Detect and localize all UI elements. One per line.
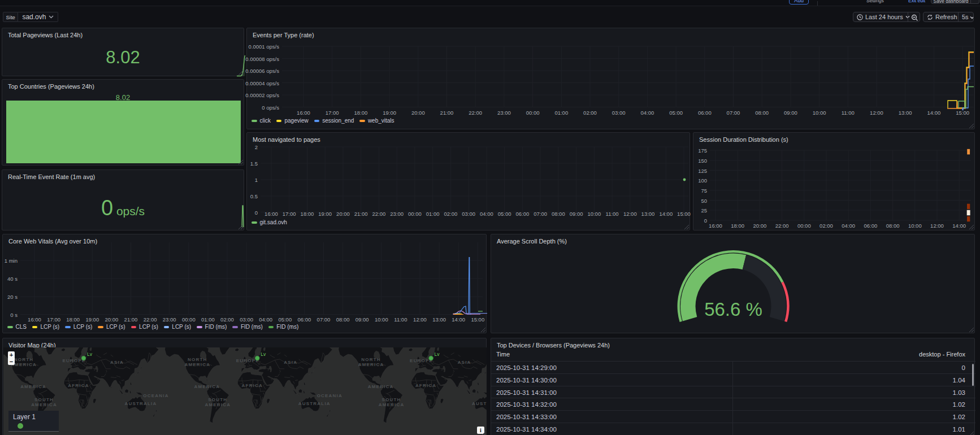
svg-text:08:00: 08:00 bbox=[336, 316, 350, 323]
svg-text:SOUTH: SOUTH bbox=[382, 397, 401, 402]
svg-text:02:00: 02:00 bbox=[220, 316, 234, 323]
svg-text:06:00: 06:00 bbox=[516, 211, 530, 217]
svg-text:04:00: 04:00 bbox=[480, 211, 493, 217]
svg-text:22:00: 22:00 bbox=[144, 316, 157, 323]
svg-text:AMERICA: AMERICA bbox=[194, 384, 220, 389]
svg-text:16:00: 16:00 bbox=[28, 316, 41, 323]
svg-text:11:00: 11:00 bbox=[606, 211, 619, 217]
svg-text:11:00: 11:00 bbox=[842, 110, 855, 116]
svg-text:04:00: 04:00 bbox=[641, 110, 654, 116]
svg-text:12:00: 12:00 bbox=[930, 223, 944, 229]
svg-text:AMERICA: AMERICA bbox=[31, 402, 57, 407]
svg-text:05:00: 05:00 bbox=[669, 110, 683, 116]
svg-text:13:00: 13:00 bbox=[641, 211, 655, 217]
svg-text:04:00: 04:00 bbox=[842, 223, 855, 229]
svg-text:18:00: 18:00 bbox=[66, 316, 80, 323]
svg-text:07:00: 07:00 bbox=[534, 211, 547, 217]
svg-text:11:00: 11:00 bbox=[394, 316, 407, 323]
svg-text:01:00: 01:00 bbox=[426, 211, 440, 217]
svg-text:14:00: 14:00 bbox=[452, 316, 465, 323]
svg-text:0.00008 ops/s: 0.00008 ops/s bbox=[245, 56, 279, 62]
svg-text:14:00: 14:00 bbox=[659, 211, 673, 217]
svg-text:0 ops/s: 0 ops/s bbox=[262, 105, 279, 111]
svg-text:22:00: 22:00 bbox=[775, 223, 789, 229]
svg-text:07:00: 07:00 bbox=[317, 316, 331, 323]
svg-text:AFRICA: AFRICA bbox=[68, 383, 89, 388]
svg-text:00:00: 00:00 bbox=[526, 110, 540, 116]
svg-text:2: 2 bbox=[255, 144, 258, 150]
svg-text:02:00: 02:00 bbox=[819, 223, 833, 229]
svg-text:AUSTRALIA: AUSTRALIA bbox=[298, 401, 331, 406]
svg-text:100: 100 bbox=[698, 177, 707, 184]
svg-text:10:00: 10:00 bbox=[908, 223, 922, 229]
svg-text:19:00: 19:00 bbox=[383, 110, 396, 116]
svg-text:17:00: 17:00 bbox=[47, 316, 60, 323]
svg-text:18:00: 18:00 bbox=[731, 223, 744, 229]
svg-text:75: 75 bbox=[701, 188, 707, 194]
svg-text:AUSTRALIA: AUSTRALIA bbox=[124, 401, 157, 406]
svg-text:14:00: 14:00 bbox=[927, 110, 941, 116]
svg-text:0: 0 bbox=[704, 218, 707, 224]
svg-text:SOUTH: SOUTH bbox=[208, 397, 227, 402]
svg-text:10:00: 10:00 bbox=[587, 211, 601, 217]
svg-text:175: 175 bbox=[698, 147, 707, 154]
svg-text:AMERICA: AMERICA bbox=[184, 362, 210, 367]
svg-text:21:00: 21:00 bbox=[440, 110, 454, 116]
svg-text:17:00: 17:00 bbox=[326, 110, 339, 116]
svg-text:17:00: 17:00 bbox=[283, 211, 296, 217]
svg-text:18:00: 18:00 bbox=[354, 110, 368, 116]
svg-text:AMERICA: AMERICA bbox=[20, 384, 46, 389]
svg-text:50: 50 bbox=[701, 198, 707, 204]
svg-text:1 min: 1 min bbox=[5, 258, 18, 264]
svg-text:18:00: 18:00 bbox=[301, 211, 314, 217]
svg-text:01:00: 01:00 bbox=[554, 110, 568, 116]
svg-text:125: 125 bbox=[698, 168, 707, 174]
svg-text:0.0001 ops/s: 0.0001 ops/s bbox=[249, 44, 280, 50]
svg-text:SOUTH: SOUTH bbox=[34, 397, 54, 402]
svg-text:05:00: 05:00 bbox=[498, 211, 511, 217]
svg-text:01:00: 01:00 bbox=[201, 316, 215, 323]
svg-text:22:00: 22:00 bbox=[469, 110, 482, 116]
svg-text:Lv: Lv bbox=[435, 351, 440, 357]
svg-text:06:00: 06:00 bbox=[698, 110, 712, 116]
svg-text:10:00: 10:00 bbox=[813, 110, 826, 116]
svg-text:AFRICA: AFRICA bbox=[415, 383, 436, 388]
svg-text:13:00: 13:00 bbox=[899, 110, 912, 116]
svg-text:00:00: 00:00 bbox=[797, 223, 811, 229]
svg-text:12:00: 12:00 bbox=[623, 211, 637, 217]
svg-text:AMERICA: AMERICA bbox=[379, 402, 405, 407]
svg-text:0: 0 bbox=[255, 210, 258, 216]
svg-text:40 s: 40 s bbox=[7, 276, 18, 282]
svg-text:12:00: 12:00 bbox=[413, 316, 427, 323]
svg-text:12:00: 12:00 bbox=[870, 110, 883, 116]
svg-text:ASIA: ASIA bbox=[284, 360, 297, 365]
svg-text:56.6 %: 56.6 % bbox=[704, 299, 762, 320]
svg-text:07:00: 07:00 bbox=[727, 110, 740, 116]
svg-text:0.5: 0.5 bbox=[250, 193, 258, 199]
svg-text:23:00: 23:00 bbox=[390, 211, 404, 217]
svg-text:Lv: Lv bbox=[261, 351, 266, 357]
svg-text:AMERICA: AMERICA bbox=[358, 362, 384, 367]
svg-text:20 s: 20 s bbox=[7, 294, 18, 300]
svg-text:AMERICA: AMERICA bbox=[205, 402, 231, 407]
svg-text:21:00: 21:00 bbox=[354, 211, 368, 217]
svg-text:09:00: 09:00 bbox=[355, 316, 369, 323]
svg-text:05:00: 05:00 bbox=[278, 316, 292, 323]
svg-text:AUSTRALIA: AUSTRALIA bbox=[472, 401, 487, 406]
svg-text:23:00: 23:00 bbox=[497, 110, 511, 116]
svg-text:AFRICA: AFRICA bbox=[242, 383, 263, 388]
svg-text:NORTH: NORTH bbox=[14, 357, 33, 362]
svg-text:15:00: 15:00 bbox=[471, 316, 484, 323]
svg-text:150: 150 bbox=[698, 158, 707, 164]
svg-text:13:00: 13:00 bbox=[432, 316, 446, 323]
svg-text:AMERICA: AMERICA bbox=[368, 384, 394, 389]
svg-text:Lv: Lv bbox=[87, 351, 93, 357]
svg-text:03:00: 03:00 bbox=[462, 211, 475, 217]
svg-text:ASIA: ASIA bbox=[110, 360, 124, 365]
svg-text:0 s: 0 s bbox=[10, 312, 18, 318]
svg-text:00:00: 00:00 bbox=[182, 316, 196, 323]
svg-text:20:00: 20:00 bbox=[105, 316, 119, 323]
svg-text:19:00: 19:00 bbox=[85, 316, 99, 323]
svg-text:23:00: 23:00 bbox=[163, 316, 176, 323]
svg-text:09:00: 09:00 bbox=[570, 211, 583, 217]
